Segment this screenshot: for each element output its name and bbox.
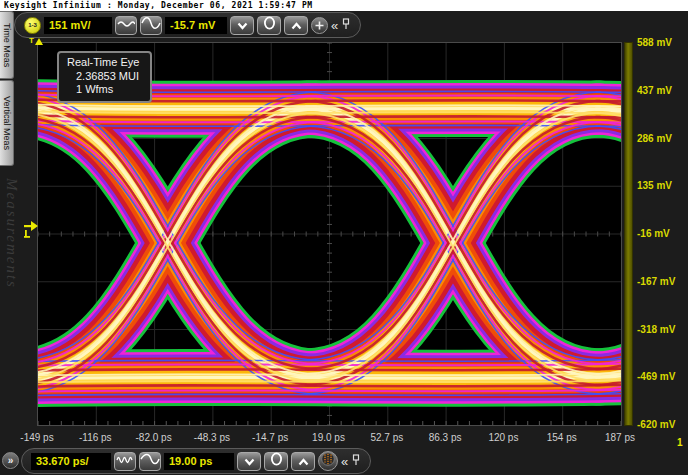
add-button[interactable] xyxy=(311,17,328,34)
x-axis-label: -82.0 ps xyxy=(136,432,172,443)
collapse-toolbar-button[interactable]: « xyxy=(341,455,348,468)
trigger-label: T xyxy=(29,36,34,45)
eye-info-title: Real-Time Eye xyxy=(67,56,139,70)
knob-icon xyxy=(321,452,335,470)
chevron-up-icon xyxy=(291,16,302,34)
pin-icon[interactable] xyxy=(351,452,361,470)
trigger-triangle-icon xyxy=(35,38,43,45)
eye-info-wfms: 1 Wfms xyxy=(67,83,139,97)
compressed-sine-icon xyxy=(116,452,134,470)
title-bar: Keysight Infiniium : Monday, December 06… xyxy=(0,0,688,11)
x-axis-label: -14.7 ps xyxy=(252,432,288,443)
timebase-position-field[interactable]: 19.00 ps xyxy=(164,453,234,470)
y-axis-label: -620 mV xyxy=(637,419,675,430)
knob-button[interactable] xyxy=(318,451,338,471)
x-axis-label: -149 ps xyxy=(20,432,53,443)
timebase-compress-button[interactable] xyxy=(114,452,136,471)
circle-icon xyxy=(263,16,276,34)
vertical-offset-field[interactable]: -15.7 mV xyxy=(165,17,227,34)
timebase-expand-button[interactable] xyxy=(139,452,161,471)
y-axis-label: -469 mV xyxy=(637,371,675,382)
plus-icon xyxy=(315,16,324,34)
real-time-eye-info-box: Real-Time Eye 2.36853 MUI 1 Wfms xyxy=(57,51,152,103)
chevron-up-icon xyxy=(298,452,309,470)
circle-icon xyxy=(270,452,283,470)
eye-info-mui: 2.36853 MUI xyxy=(67,70,139,84)
timebase-toolbar: 33.670 ps/ 19.00 ps xyxy=(21,448,371,474)
channel-toolbar: 1-3 151 mV/ -15.7 mV « xyxy=(14,12,361,38)
expand-panel-button[interactable]: » xyxy=(2,452,19,469)
vertical-scale-increase-button[interactable] xyxy=(140,16,162,35)
x-axis-label: 120 ps xyxy=(488,432,518,443)
position-left-button[interactable] xyxy=(237,452,261,471)
measurements-watermark: Measurements xyxy=(3,178,20,289)
channel-1-indicator: 1 xyxy=(677,437,683,448)
vertical-axis-bar[interactable] xyxy=(624,42,633,426)
chevron-down-icon xyxy=(244,452,255,470)
chevron-down-icon xyxy=(237,16,248,34)
sidebar-tab-label: Vertical Meas xyxy=(2,96,12,150)
vertical-scale-decrease-button[interactable] xyxy=(115,16,137,35)
y-axis-label: 286 mV xyxy=(637,132,672,143)
position-right-button[interactable] xyxy=(291,452,315,471)
timebase-scale-field[interactable]: 33.670 ps/ xyxy=(31,453,111,470)
x-axis-label: 187 ps xyxy=(605,432,635,443)
x-axis-label: 154 ps xyxy=(547,432,577,443)
y-axis-label: 588 mV xyxy=(637,37,672,48)
small-sine-icon xyxy=(117,16,135,34)
offset-up-button[interactable] xyxy=(284,16,308,35)
y-axis-label: 135 mV xyxy=(637,180,672,191)
y-axis-label: -318 mV xyxy=(637,323,675,334)
y-axis-label: 437 mV xyxy=(637,84,672,95)
x-axis-label: 52.7 ps xyxy=(370,432,403,443)
x-axis-label: 86.3 ps xyxy=(429,432,462,443)
channel-ground-marker[interactable] xyxy=(24,217,39,245)
x-axis-label: -48.3 ps xyxy=(194,432,230,443)
x-axis-label: -116 ps xyxy=(79,432,112,443)
x-axis-label: 19.0 ps xyxy=(312,432,345,443)
large-sine-icon xyxy=(141,16,161,34)
collapse-toolbar-button[interactable]: « xyxy=(331,19,338,32)
sidebar-tab-label: Time Meas xyxy=(2,23,12,67)
position-zero-button[interactable] xyxy=(264,452,288,471)
y-axis-label: -16 mV xyxy=(637,228,670,239)
wide-sine-icon xyxy=(140,452,160,470)
offset-zero-button[interactable] xyxy=(257,16,281,35)
sidebar-tab-time-meas[interactable]: Time Meas xyxy=(0,11,14,79)
offset-down-button[interactable] xyxy=(230,16,254,35)
sidebar-tab-vertical-meas[interactable]: Vertical Meas xyxy=(0,80,14,166)
pin-icon[interactable] xyxy=(341,16,351,34)
y-axis-label: -167 mV xyxy=(637,275,675,286)
vertical-scale-field[interactable]: 151 mV/ xyxy=(44,17,112,34)
trigger-time-marker[interactable]: T xyxy=(29,36,43,45)
channel-badge-1-3[interactable]: 1-3 xyxy=(24,17,41,34)
